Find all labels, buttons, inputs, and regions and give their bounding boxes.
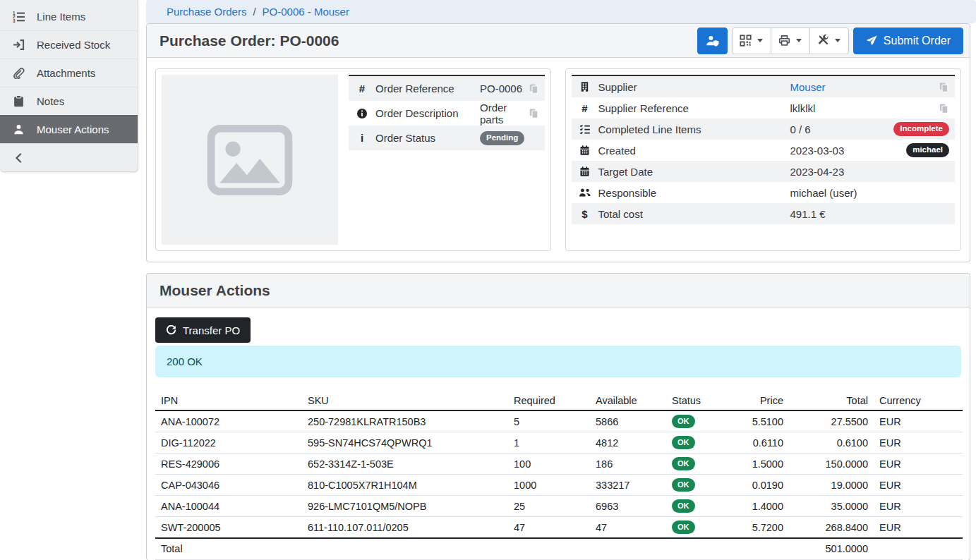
barcode-actions-button[interactable]: [732, 28, 771, 54]
detail-row-order-status: i Order Status Pending: [349, 126, 545, 150]
ok-badge: OK: [672, 521, 695, 534]
detail-label: Supplier: [598, 81, 790, 93]
cell-sku: 652-3314Z-1-503E: [302, 454, 508, 475]
users-icon: [572, 188, 598, 197]
cell-ipn: DIG-112022: [155, 432, 302, 454]
purchase-order-panel: Purchase Order: PO-0006: [146, 23, 970, 262]
detail-value: Order parts: [480, 102, 524, 126]
cell-available: 5866: [590, 410, 666, 432]
detail-value: 2023-03-03: [790, 145, 907, 157]
ok-badge: OK: [672, 478, 695, 492]
print-actions-button[interactable]: [771, 28, 810, 54]
caret-down-icon: [835, 39, 841, 42]
copy-icon[interactable]: [939, 103, 949, 114]
col-header-total: Total: [789, 391, 874, 410]
sidebar: 123 Line Items Received Stock Attachment…: [0, 0, 138, 172]
cell-ipn: RES-429006: [155, 454, 302, 475]
sign-in-icon: [0, 39, 37, 51]
main-content: Purchase Orders / PO-0006 - Mouser Purch…: [146, 0, 976, 560]
calendar-icon: [572, 145, 598, 156]
incomplete-badge: Incomplete: [893, 122, 949, 136]
mouser-actions-title: Mouser Actions: [159, 282, 270, 299]
transfer-po-button[interactable]: Transfer PO: [155, 317, 251, 343]
svg-text:3: 3: [13, 18, 16, 23]
cell-available: 186: [590, 454, 666, 475]
detail-row-target-date: Target Date 2023-04-23: [572, 161, 956, 182]
cell-status: OK: [666, 410, 734, 432]
cell-total: 27.5500: [789, 410, 874, 432]
cell-ipn: CAP-043046: [155, 475, 302, 496]
cell-status: OK: [666, 432, 734, 454]
sidebar-item-received-stock[interactable]: Received Stock: [0, 30, 138, 59]
cell-required: 47: [508, 517, 590, 539]
cell-currency: EUR: [874, 432, 963, 454]
info-circle-icon: [349, 108, 375, 119]
cell-sku: 250-72981KLRATR150B3: [302, 410, 508, 432]
cell-currency: EUR: [874, 475, 963, 496]
table-row: DIG-112022 595-SN74HCS74QPWRQ1 1 4812 OK…: [155, 432, 963, 454]
ok-badge: OK: [672, 457, 695, 470]
cell-available: 333217: [590, 475, 666, 496]
hashtag-icon: #: [572, 102, 598, 114]
detail-label: Supplier Reference: [598, 102, 790, 114]
empty-detail-row: [572, 224, 956, 243]
table-row: ANA-100044 926-LMC7101QM5/NOPB 25 6963 O…: [155, 496, 963, 517]
cell-total: 19.0000: [789, 475, 874, 496]
list-ol-icon: 123: [0, 11, 37, 23]
copy-icon[interactable]: [529, 83, 539, 94]
detail-value: Pending: [480, 130, 545, 145]
detail-row-total-cost: $ Total cost 491.1 €: [572, 203, 956, 224]
cell-price: 0.0190: [734, 475, 789, 496]
part-image-placeholder: [162, 75, 338, 245]
col-header-required: Required: [508, 391, 590, 410]
clipboard-icon: [0, 95, 37, 107]
supplier-link[interactable]: Mouser: [790, 81, 934, 93]
sidebar-item-attachments[interactable]: Attachments: [0, 59, 138, 87]
breadcrumb-link-current[interactable]: PO-0006 - Mouser: [263, 6, 349, 18]
qrcode-icon: [740, 35, 752, 47]
sidebar-item-notes[interactable]: Notes: [0, 87, 138, 115]
caret-down-icon: [796, 39, 802, 42]
detail-row-responsible: Responsible michael (user): [572, 182, 956, 203]
cell-total: 150.0000: [789, 454, 874, 475]
sidebar-item-label: Line Items: [37, 11, 85, 23]
user-badge: michael: [906, 143, 949, 157]
breadcrumb-separator: /: [253, 6, 255, 18]
cell-available: 47: [590, 517, 666, 539]
cell-required: 25: [508, 496, 590, 517]
cell-available: 4812: [590, 432, 666, 454]
purchase-order-panel-header: Purchase Order: PO-0006: [147, 24, 970, 58]
line-items-table: IPN SKU Required Available Status Price …: [155, 391, 963, 560]
col-header-available: Available: [590, 391, 666, 410]
detail-value: 2023-04-23: [790, 166, 934, 178]
detail-row-supplier-reference: # Supplier Reference lklklkl: [572, 97, 956, 118]
col-header-status: Status: [666, 391, 734, 410]
sidebar-item-mouser-actions[interactable]: Mouser Actions: [0, 115, 138, 143]
cell-status: OK: [666, 496, 734, 517]
table-footer-row: Total 501.0000: [155, 538, 963, 559]
cell-sku: 595-SN74HCS74QPWRQ1: [302, 432, 508, 454]
table-row: SWT-200005 611-110.107.011/0205 47 47 OK…: [155, 517, 963, 539]
cell-ipn: ANA-100072: [155, 410, 302, 432]
mouser-actions-panel: Mouser Actions Transfer PO 200 OK IPN: [146, 273, 970, 560]
order-options-button[interactable]: [809, 28, 849, 54]
user-icon: [0, 123, 37, 135]
rotate-icon: [166, 325, 176, 336]
cell-ipn: SWT-200005: [155, 517, 302, 539]
admin-view-button[interactable]: [697, 28, 728, 54]
copy-icon[interactable]: [939, 82, 949, 92]
detail-row-supplier: Supplier Mouser: [572, 76, 956, 97]
cell-total: 0.6100: [789, 432, 874, 454]
sidebar-collapse-button[interactable]: [0, 143, 138, 171]
breadcrumb-link-purchase-orders[interactable]: Purchase Orders: [167, 6, 246, 18]
cell-sku: 810-C1005X7R1H104M: [302, 475, 508, 496]
detail-value: 0 / 6: [790, 123, 894, 135]
toolbar-button-group: [732, 28, 849, 54]
submit-order-label: Submit Order: [884, 35, 951, 47]
mouser-actions-body: Transfer PO 200 OK IPN SKU Required Avai…: [147, 308, 970, 560]
submit-order-button[interactable]: Submit Order: [853, 28, 963, 54]
footer-label: Total: [155, 538, 302, 559]
detail-label: Order Reference: [375, 83, 480, 95]
copy-icon[interactable]: [529, 108, 539, 118]
sidebar-item-line-items[interactable]: 123 Line Items: [0, 2, 138, 30]
